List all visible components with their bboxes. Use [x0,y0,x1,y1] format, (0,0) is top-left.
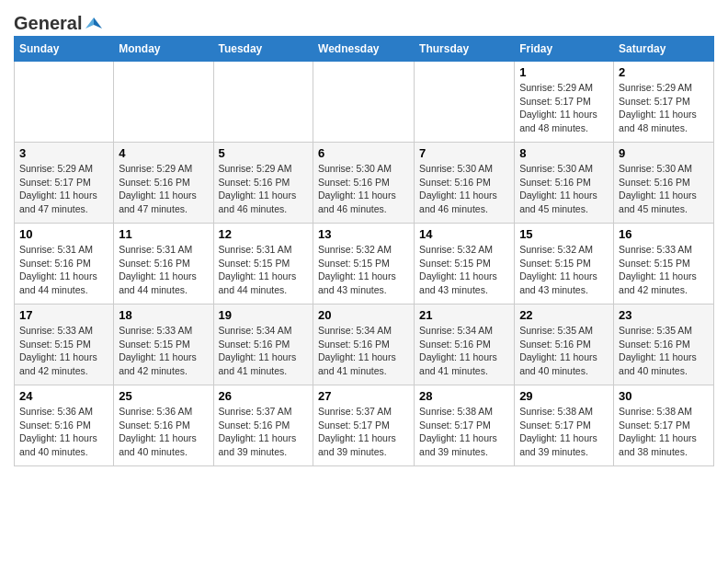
calendar-cell: 23Sunrise: 5:35 AM Sunset: 5:16 PM Dayli… [614,304,714,385]
day-info: Sunrise: 5:32 AM Sunset: 5:15 PM Dayligh… [419,243,509,297]
day-number: 30 [619,389,709,403]
day-info: Sunrise: 5:29 AM Sunset: 5:16 PM Dayligh… [119,162,208,216]
calendar-cell [213,62,313,143]
week-row-3: 10Sunrise: 5:31 AM Sunset: 5:16 PM Dayli… [15,224,714,304]
week-row-2: 3Sunrise: 5:29 AM Sunset: 5:17 PM Daylig… [15,143,714,224]
day-info: Sunrise: 5:32 AM Sunset: 5:15 PM Dayligh… [318,243,409,297]
calendar-cell: 21Sunrise: 5:34 AM Sunset: 5:16 PM Dayli… [415,304,515,385]
calendar-cell: 18Sunrise: 5:33 AM Sunset: 5:15 PM Dayli… [114,304,213,385]
day-info: Sunrise: 5:37 AM Sunset: 5:16 PM Dayligh… [219,405,309,459]
week-row-5: 24Sunrise: 5:36 AM Sunset: 5:16 PM Dayli… [15,385,714,466]
day-number: 9 [619,146,709,160]
day-number: 16 [619,227,709,241]
calendar-cell [415,62,515,143]
day-info: Sunrise: 5:36 AM Sunset: 5:16 PM Dayligh… [19,405,108,459]
calendar-cell: 29Sunrise: 5:38 AM Sunset: 5:17 PM Dayli… [515,385,614,466]
day-number: 7 [419,146,509,160]
day-number: 18 [119,308,208,322]
calendar-cell [114,62,213,143]
calendar-cell: 11Sunrise: 5:31 AM Sunset: 5:16 PM Dayli… [114,224,213,304]
day-number: 25 [119,389,208,403]
day-info: Sunrise: 5:34 AM Sunset: 5:16 PM Dayligh… [419,324,509,378]
day-number: 24 [19,389,108,403]
day-number: 12 [219,227,309,241]
day-info: Sunrise: 5:29 AM Sunset: 5:16 PM Dayligh… [219,162,309,216]
day-number: 1 [519,65,609,79]
day-number: 2 [619,65,709,79]
day-info: Sunrise: 5:35 AM Sunset: 5:16 PM Dayligh… [619,324,709,378]
calendar-cell: 28Sunrise: 5:38 AM Sunset: 5:17 PM Dayli… [415,385,515,466]
calendar-cell: 4Sunrise: 5:29 AM Sunset: 5:16 PM Daylig… [114,143,213,224]
day-info: Sunrise: 5:29 AM Sunset: 5:17 PM Dayligh… [619,81,709,135]
calendar-cell: 26Sunrise: 5:37 AM Sunset: 5:16 PM Dayli… [213,385,313,466]
day-info: Sunrise: 5:38 AM Sunset: 5:17 PM Dayligh… [619,405,709,459]
calendar-cell: 8Sunrise: 5:30 AM Sunset: 5:16 PM Daylig… [515,143,614,224]
day-number: 26 [219,389,309,403]
calendar-cell: 5Sunrise: 5:29 AM Sunset: 5:16 PM Daylig… [213,143,313,224]
calendar-cell: 20Sunrise: 5:34 AM Sunset: 5:16 PM Dayli… [313,304,415,385]
day-number: 10 [19,227,108,241]
day-number: 21 [419,308,509,322]
svg-marker-1 [85,17,94,29]
day-number: 20 [318,308,409,322]
day-info: Sunrise: 5:32 AM Sunset: 5:15 PM Dayligh… [519,243,609,297]
day-info: Sunrise: 5:29 AM Sunset: 5:17 PM Dayligh… [519,81,609,135]
calendar-cell: 2Sunrise: 5:29 AM Sunset: 5:17 PM Daylig… [614,62,714,143]
calendar-cell: 25Sunrise: 5:36 AM Sunset: 5:16 PM Dayli… [114,385,213,466]
day-info: Sunrise: 5:31 AM Sunset: 5:15 PM Dayligh… [219,243,309,297]
calendar-cell: 13Sunrise: 5:32 AM Sunset: 5:15 PM Dayli… [313,224,415,304]
calendar-cell: 10Sunrise: 5:31 AM Sunset: 5:16 PM Dayli… [15,224,114,304]
day-info: Sunrise: 5:35 AM Sunset: 5:16 PM Dayligh… [519,324,609,378]
calendar-cell: 16Sunrise: 5:33 AM Sunset: 5:15 PM Dayli… [614,224,714,304]
calendar-table: SundayMondayTuesdayWednesdayThursdayFrid… [14,36,714,466]
day-info: Sunrise: 5:30 AM Sunset: 5:16 PM Dayligh… [619,162,709,216]
day-number: 5 [219,146,309,160]
calendar-cell: 3Sunrise: 5:29 AM Sunset: 5:17 PM Daylig… [15,143,114,224]
day-info: Sunrise: 5:38 AM Sunset: 5:17 PM Dayligh… [519,405,609,459]
day-info: Sunrise: 5:38 AM Sunset: 5:17 PM Dayligh… [419,405,509,459]
day-number: 8 [519,146,609,160]
calendar-cell: 30Sunrise: 5:38 AM Sunset: 5:17 PM Dayli… [614,385,714,466]
weekday-header-wednesday: Wednesday [313,37,415,62]
weekday-header-monday: Monday [114,37,213,62]
logo-bird-icon [84,14,104,34]
day-info: Sunrise: 5:34 AM Sunset: 5:16 PM Dayligh… [219,324,309,378]
day-info: Sunrise: 5:33 AM Sunset: 5:15 PM Dayligh… [119,324,208,378]
day-info: Sunrise: 5:36 AM Sunset: 5:16 PM Dayligh… [119,405,208,459]
calendar-cell: 1Sunrise: 5:29 AM Sunset: 5:17 PM Daylig… [515,62,614,143]
calendar-header-row: SundayMondayTuesdayWednesdayThursdayFrid… [15,37,714,62]
weekday-header-thursday: Thursday [415,37,515,62]
day-info: Sunrise: 5:30 AM Sunset: 5:16 PM Dayligh… [318,162,409,216]
week-row-1: 1Sunrise: 5:29 AM Sunset: 5:17 PM Daylig… [15,62,714,143]
day-number: 4 [119,146,208,160]
day-number: 15 [519,227,609,241]
day-number: 14 [419,227,509,241]
day-number: 22 [519,308,609,322]
calendar-cell: 22Sunrise: 5:35 AM Sunset: 5:16 PM Dayli… [515,304,614,385]
day-info: Sunrise: 5:31 AM Sunset: 5:16 PM Dayligh… [19,243,108,297]
weekday-header-tuesday: Tuesday [213,37,313,62]
day-info: Sunrise: 5:34 AM Sunset: 5:16 PM Dayligh… [318,324,409,378]
day-number: 19 [219,308,309,322]
day-number: 17 [19,308,108,322]
page-header: General [14,9,714,30]
calendar-cell [15,62,114,143]
day-number: 11 [119,227,208,241]
calendar-cell: 24Sunrise: 5:36 AM Sunset: 5:16 PM Dayli… [15,385,114,466]
day-number: 28 [419,389,509,403]
weekday-header-saturday: Saturday [614,37,714,62]
weekday-header-friday: Friday [515,37,614,62]
day-number: 29 [519,389,609,403]
svg-marker-0 [94,17,102,29]
day-info: Sunrise: 5:33 AM Sunset: 5:15 PM Dayligh… [619,243,709,297]
calendar-cell: 17Sunrise: 5:33 AM Sunset: 5:15 PM Dayli… [15,304,114,385]
calendar-cell: 7Sunrise: 5:30 AM Sunset: 5:16 PM Daylig… [415,143,515,224]
week-row-4: 17Sunrise: 5:33 AM Sunset: 5:15 PM Dayli… [15,304,714,385]
day-info: Sunrise: 5:30 AM Sunset: 5:16 PM Dayligh… [519,162,609,216]
calendar-cell [313,62,415,143]
day-info: Sunrise: 5:31 AM Sunset: 5:16 PM Dayligh… [119,243,208,297]
day-info: Sunrise: 5:29 AM Sunset: 5:17 PM Dayligh… [19,162,108,216]
day-info: Sunrise: 5:37 AM Sunset: 5:17 PM Dayligh… [318,405,409,459]
calendar-cell: 6Sunrise: 5:30 AM Sunset: 5:16 PM Daylig… [313,143,415,224]
calendar-cell: 15Sunrise: 5:32 AM Sunset: 5:15 PM Dayli… [515,224,614,304]
